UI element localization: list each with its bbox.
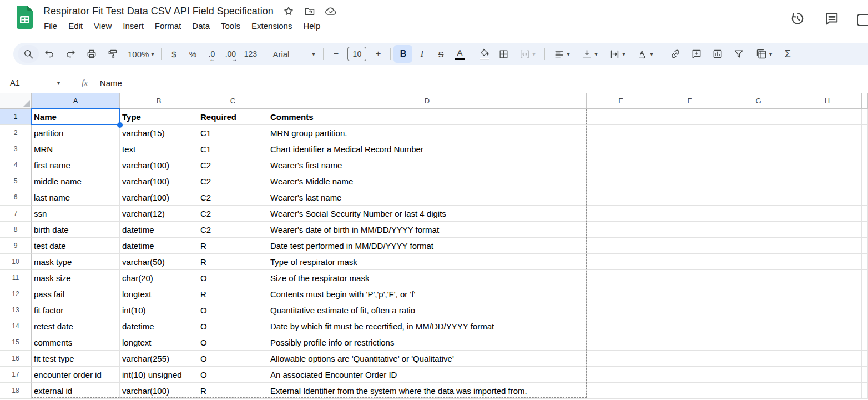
cell-A10[interactable]: mask type [32,254,120,270]
cell-D9[interactable]: Date test performed in MM/DD/YYYY format [268,238,587,254]
row-header-15[interactable]: 15 [0,334,32,351]
cell-G6[interactable] [724,189,793,206]
cell-G17[interactable] [724,367,793,383]
cell-E6[interactable] [587,189,655,206]
row-header-7[interactable]: 7 [0,206,32,222]
cell-A11[interactable]: mask size [32,270,120,286]
menu-insert[interactable]: Insert [117,20,149,32]
row-header-16[interactable]: 16 [0,351,32,367]
cell-A18[interactable]: external id [32,383,120,399]
cell-F10[interactable] [655,254,724,270]
horizontal-align-button[interactable]: ▾ [548,45,576,63]
cell-B17[interactable]: int(10) unsigned [120,367,198,383]
cell-D4[interactable]: Wearer's first name [268,157,587,173]
cell-G1[interactable] [724,109,793,125]
cell-C4[interactable]: C2 [198,157,268,173]
search-icon[interactable] [18,45,39,63]
cell-D14[interactable]: Date by which fit must be recertified, i… [268,318,587,334]
cell-C17[interactable]: O [198,367,268,383]
cell-E4[interactable] [587,157,655,173]
cell-B16[interactable]: varchar(255) [120,351,198,367]
cell-E9[interactable] [587,238,655,254]
cell-C15[interactable]: O [198,334,268,351]
cell-F4[interactable] [655,157,724,173]
row-header-3[interactable]: 3 [0,141,32,157]
cell-A13[interactable]: fit factor [32,302,120,318]
cell-C6[interactable]: C2 [198,189,268,206]
cell-D15[interactable]: Possibly profile info or restrictions [268,334,587,351]
cell-E17[interactable] [587,367,655,383]
cell-B9[interactable]: datetime [120,238,198,254]
cell-D3[interactable]: Chart identifier a Medical Record Number [268,141,587,157]
cell-B7[interactable]: varchar(12) [120,206,198,222]
row-header-11[interactable]: 11 [0,270,32,286]
menu-tools[interactable]: Tools [215,20,246,32]
merge-cells-button[interactable]: ▾ [513,45,542,63]
cell-D11[interactable]: Size of the respirator mask [268,270,587,286]
column-header-C[interactable]: C [198,93,268,109]
cell-G16[interactable] [724,351,793,367]
cell-D16[interactable]: Allowable options are 'Quantitative' or … [268,351,587,367]
cell-G10[interactable] [724,254,793,270]
cell-B14[interactable]: datetime [120,318,198,334]
row-header-18[interactable]: 18 [0,383,32,399]
cell-D17[interactable]: An associated Encounter Order ID [268,367,587,383]
cell-E11[interactable] [587,270,655,286]
column-header-B[interactable]: B [120,93,198,109]
cell-C9[interactable]: R [198,238,268,254]
cell-A17[interactable]: encounter order id [32,367,120,383]
functions-button[interactable]: Σ [778,45,797,63]
fill-color-button[interactable] [475,45,494,63]
borders-icon[interactable] [494,45,513,63]
cell-G11[interactable] [724,270,793,286]
menu-edit[interactable]: Edit [63,20,88,32]
text-rotation-button[interactable]: ▾ [631,45,659,63]
format-percent-button[interactable]: % [183,45,202,63]
row-header-5[interactable]: 5 [0,173,32,189]
cell-G9[interactable] [724,238,793,254]
menu-help[interactable]: Help [297,20,326,32]
cell-E8[interactable] [587,222,655,238]
version-history-icon[interactable] [790,11,805,28]
cell-F1[interactable] [655,109,724,125]
cell-B2[interactable]: varchar(15) [120,125,198,141]
select-all-corner[interactable] [0,93,32,109]
cell-C16[interactable]: O [198,351,268,367]
cell-E16[interactable] [587,351,655,367]
cell-D5[interactable]: Wearer's Middle name [268,173,587,189]
column-header-F[interactable]: F [655,93,724,109]
cell-D8[interactable]: Wearer's date of birth in MM/DD/YYYY for… [268,222,587,238]
row-header-10[interactable]: 10 [0,254,32,270]
decrease-decimal-button[interactable]: .0← [202,45,221,63]
row-header-4[interactable]: 4 [0,157,32,173]
cell-D6[interactable]: Wearer's last name [268,189,587,206]
cell-E7[interactable] [587,206,655,222]
cell-H9[interactable] [793,238,862,254]
cell-G2[interactable] [724,125,793,141]
cell-A16[interactable]: fit test type [32,351,120,367]
cell-F15[interactable] [655,334,724,351]
cell-G18[interactable] [724,383,793,399]
zoom-select[interactable]: 100%▾ [123,45,158,63]
cell-F14[interactable] [655,318,724,334]
redo-icon[interactable] [60,45,81,63]
menu-file[interactable]: File [38,20,63,32]
cell-D18[interactable]: External Identifier from the system wher… [268,383,587,399]
cell-H11[interactable] [793,270,862,286]
more-formats-button[interactable]: 123 [240,45,261,63]
font-family-select[interactable]: Arial▾ [267,45,320,63]
cell-H4[interactable] [793,157,862,173]
cell-B15[interactable]: longtext [120,334,198,351]
cell-F2[interactable] [655,125,724,141]
cell-A9[interactable]: test date [32,238,120,254]
row-header-17[interactable]: 17 [0,367,32,383]
present-to-meet-icon[interactable] [857,13,868,29]
row-header-9[interactable]: 9 [0,238,32,254]
cell-E12[interactable] [587,286,655,302]
table-views-icon[interactable]: ▾ [749,45,778,63]
increase-decimal-button[interactable]: .00→ [221,45,240,63]
cell-F7[interactable] [655,206,724,222]
cell-F18[interactable] [655,383,724,399]
cell-D10[interactable]: Type of respirator mask [268,254,587,270]
cell-F5[interactable] [655,173,724,189]
